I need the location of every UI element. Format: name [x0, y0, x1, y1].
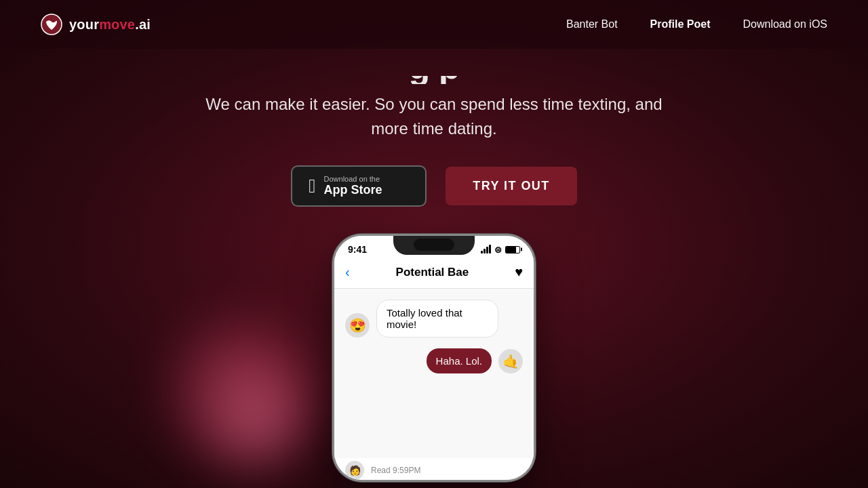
main-content: g p We can make it easier. So you can sp…	[0, 49, 868, 482]
status-icons: ⊜	[481, 245, 520, 255]
phone-status-bar: 9:41 ⊜	[334, 236, 534, 258]
app-store-text: Download on the App Store	[324, 175, 382, 197]
wifi-icon: ⊜	[494, 245, 502, 255]
avatar-outgoing-1: 🤙	[498, 349, 523, 373]
phone-frame: 9:41 ⊜	[332, 234, 536, 482]
navbar: yourmove.ai Banter Bot Profile Poet Down…	[0, 0, 868, 49]
status-time: 9:41	[348, 244, 367, 255]
cta-row:  Download on the App Store TRY IT OUT	[291, 165, 576, 207]
avatar-incoming-1: 😍	[345, 313, 370, 338]
signal-icon	[481, 245, 491, 253]
nav-profile-poet[interactable]: Profile Poet	[650, 18, 711, 30]
battery-icon	[505, 246, 520, 253]
chat-header: ‹ Potential Bae ♥	[334, 258, 534, 289]
logo-text: yourmove.ai	[69, 17, 151, 33]
hero-title: g p	[409, 49, 460, 84]
apple-icon: 	[309, 177, 315, 196]
chat-back-button[interactable]: ‹	[345, 264, 350, 280]
nav-links: Banter Bot Profile Poet Download on iOS	[566, 18, 827, 30]
message-row-incoming-1: 😍 Totally loved that movie!	[345, 300, 523, 338]
phone-container: 9:41 ⊜	[332, 234, 536, 482]
hero-subtitle: We can make it easier. So you can spend …	[203, 92, 665, 141]
app-store-line1: Download on the	[324, 175, 382, 183]
read-receipt-text: Read 9:59PM	[371, 466, 420, 475]
nav-download-ios[interactable]: Download on iOS	[743, 18, 827, 30]
chat-messages: 😍 Totally loved that movie! Haha. Lol. 🤙	[334, 289, 534, 458]
phone-notch	[393, 236, 475, 255]
app-store-line2: App Store	[324, 183, 382, 197]
message-bubble-outgoing-1: Haha. Lol.	[427, 348, 492, 373]
chat-contact-name: Potential Bae	[396, 266, 469, 279]
logo-icon	[41, 14, 62, 35]
message-bubble-incoming-1: Totally loved that movie!	[376, 300, 498, 338]
read-receipt-row: 🧑 Read 9:59PM	[334, 461, 534, 480]
phone-screen: ‹ Potential Bae ♥ 😍 Totally loved that m…	[334, 258, 534, 480]
phone-notch-pill	[414, 239, 454, 251]
try-it-out-button[interactable]: TRY IT OUT	[446, 167, 576, 205]
message-row-outgoing-1: Haha. Lol. 🤙	[345, 348, 523, 373]
read-avatar: 🧑	[345, 461, 364, 480]
chat-favorite-icon[interactable]: ♥	[515, 264, 523, 280]
nav-banter-bot[interactable]: Banter Bot	[566, 18, 618, 30]
logo[interactable]: yourmove.ai	[41, 14, 151, 35]
app-store-button[interactable]:  Download on the App Store	[291, 165, 427, 207]
